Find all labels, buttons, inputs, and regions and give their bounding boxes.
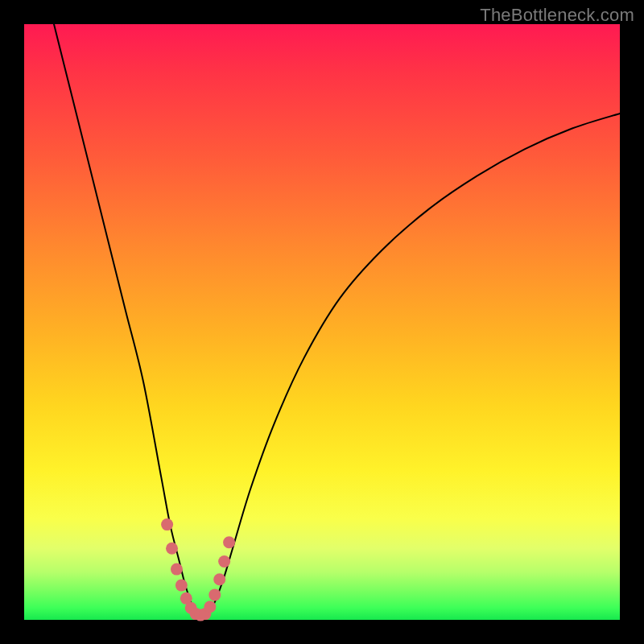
highlight-dot xyxy=(166,543,178,555)
highlight-dot xyxy=(161,518,173,530)
watermark-text: TheBottleneck.com xyxy=(480,5,634,26)
highlight-dot xyxy=(171,564,183,576)
highlight-dot xyxy=(213,573,225,585)
bottleneck-curve xyxy=(54,24,620,615)
curve-layer xyxy=(24,24,620,620)
highlight-dot xyxy=(208,588,221,601)
highlight-dot xyxy=(218,555,230,568)
highlight-dot xyxy=(175,580,188,592)
chart-container: TheBottleneck.com xyxy=(0,0,644,644)
highlight-dot xyxy=(223,536,235,548)
plot-area xyxy=(24,24,620,620)
highlight-dot xyxy=(204,601,216,613)
